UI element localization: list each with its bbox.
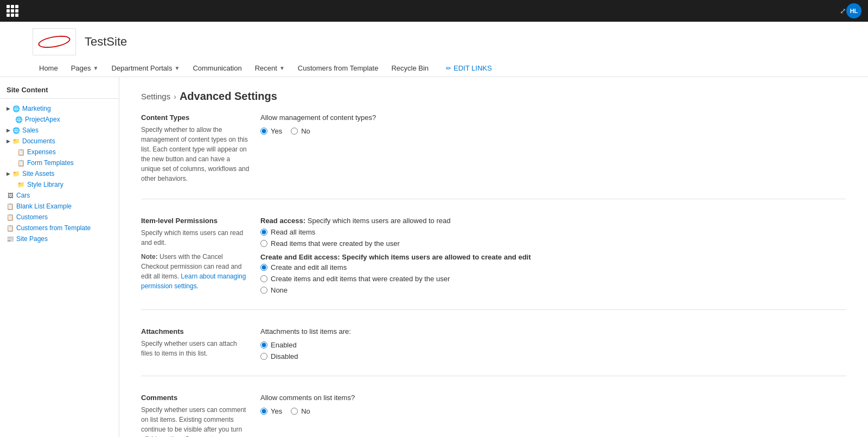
sidebar-item-customers[interactable]: 📋 Customers [0, 212, 119, 223]
attachments-enabled-radio[interactable] [260, 341, 267, 349]
read-created-by-user-option[interactable]: Read items that were created by the user [260, 239, 846, 248]
main-layout: Site Content ▶ 🌐 Marketing 🌐 ProjectApex… [0, 77, 868, 437]
nav-edit-links[interactable]: ✏ EDIT LINKS [439, 60, 499, 77]
expand-arrow-icon: ▶ [7, 128, 10, 133]
pencil-icon: ✏ [446, 65, 451, 72]
attachments-disabled-option[interactable]: Disabled [260, 352, 846, 360]
create-edit-none-option[interactable]: None [260, 286, 846, 294]
folder-icon: 🌐 [12, 105, 20, 112]
nav-dept-portals[interactable]: Department Portals ▼ [105, 60, 186, 77]
nav-home[interactable]: Home [33, 60, 65, 77]
list-icon: 📋 [17, 159, 25, 167]
read-all-radio[interactable] [260, 229, 267, 236]
attachments-title: Attachments [141, 327, 250, 335]
expand-arrow-icon: ▶ [7, 171, 10, 176]
comments-section: Comments Specify whether users can comme… [141, 394, 846, 437]
waffle-icon[interactable] [7, 5, 18, 17]
list-icon: 📋 [7, 213, 14, 221]
content-types-no-option[interactable]: No [291, 127, 310, 135]
content-types-right: Allow management of content types? Yes N… [260, 113, 846, 183]
folder-icon: 🌐 [12, 126, 20, 134]
comments-radio-group: Yes No [260, 407, 846, 415]
comments-right: Allow comments on list items? Yes No [260, 394, 846, 437]
site-logo [33, 28, 76, 55]
nav-customers-template[interactable]: Customers from Template [291, 60, 385, 77]
folder-icon: 🌐 [15, 116, 23, 123]
read-access-radio-group: Read all items Read items that were crea… [260, 228, 846, 248]
list-icon: 📋 [17, 148, 25, 156]
create-edit-all-radio[interactable] [260, 264, 267, 271]
item-permissions-section: Item-level Permissions Specify which ite… [141, 217, 846, 310]
site-header: TestSite Home Pages ▼ Department Portals… [0, 22, 868, 77]
sidebar-item-projectapex[interactable]: 🌐 ProjectApex [0, 114, 119, 125]
site-header-top: TestSite [33, 22, 835, 60]
read-access-label: Read access: Specify which items users a… [260, 217, 846, 225]
site-title: TestSite [85, 35, 127, 49]
create-edit-all-option[interactable]: Create and edit all items [260, 263, 846, 271]
content-types-no-radio[interactable] [291, 128, 298, 135]
item-permissions-desc: Specify which items users can read and e… [141, 228, 250, 248]
chevron-down-icon: ▼ [279, 65, 285, 71]
comments-question: Allow comments on list items? [260, 394, 846, 402]
item-permissions-left: Item-level Permissions Specify which ite… [141, 217, 260, 294]
sidebar-item-cars[interactable]: 🖼 Cars [0, 190, 119, 201]
attachments-radio-group: Enabled Disabled [260, 341, 846, 360]
sidebar-item-customers-template[interactable]: 📋 Customers from Template [0, 223, 119, 233]
sidebar-item-documents[interactable]: ▶ 📁 Documents [0, 136, 119, 147]
sidebar-item-sales[interactable]: ▶ 🌐 Sales [0, 125, 119, 136]
sidebar-item-marketing[interactable]: ▶ 🌐 Marketing [0, 103, 119, 114]
expand-icon[interactable]: ⤢ [840, 7, 846, 15]
attachments-disabled-radio[interactable] [260, 353, 267, 360]
sidebar: Site Content ▶ 🌐 Marketing 🌐 ProjectApex… [0, 77, 119, 437]
folder-icon: 📁 [17, 181, 25, 188]
attachments-left: Attachments Specify whether users can at… [141, 327, 260, 360]
read-all-option[interactable]: Read all items [260, 228, 846, 236]
user-avatar[interactable]: HL [846, 3, 861, 18]
breadcrumb: Settings › Advanced Settings [141, 90, 846, 103]
permissions-link[interactable]: Learn about managing permission settings… [141, 273, 246, 290]
comments-yes-radio[interactable] [260, 408, 267, 415]
content-types-yes-option[interactable]: Yes [260, 127, 282, 135]
list-icon: 📋 [7, 224, 14, 232]
pages-icon: 📰 [7, 235, 14, 243]
comments-no-radio[interactable] [291, 408, 298, 415]
attachments-desc: Specify whether users can attach files t… [141, 339, 250, 358]
sidebar-item-form-templates[interactable]: 📋 Form Templates [11, 157, 119, 168]
breadcrumb-current: Advanced Settings [180, 90, 277, 103]
sidebar-item-site-assets[interactable]: ▶ 📁 Site Assets [0, 168, 119, 179]
content-types-yes-radio[interactable] [260, 128, 267, 135]
create-edit-own-radio[interactable] [260, 275, 267, 282]
content-area: Settings › Advanced Settings Content Typ… [119, 77, 868, 437]
list-icon: 📋 [7, 202, 14, 210]
list-icon: 🖼 [7, 192, 14, 199]
attachments-enabled-option[interactable]: Enabled [260, 341, 846, 349]
sidebar-item-expenses[interactable]: 📋 Expenses [11, 147, 119, 157]
nav-recent[interactable]: Recent ▼ [248, 60, 291, 77]
create-edit-access-label: Create and Edit access: Specify which it… [260, 253, 846, 261]
item-permissions-title: Item-level Permissions [141, 217, 250, 225]
folder-icon: 📁 [12, 170, 20, 178]
comments-no-option[interactable]: No [291, 407, 310, 415]
item-permissions-note: Note: Users with the Cancel Checkout per… [141, 252, 250, 291]
create-edit-none-radio[interactable] [260, 287, 267, 294]
chevron-down-icon: ▼ [174, 65, 180, 71]
sidebar-item-style-library[interactable]: 📁 Style Library [11, 179, 119, 190]
content-types-title: Content Types [141, 113, 250, 122]
attachments-right: Attachments to list items are: Enabled D… [260, 327, 846, 360]
comments-left: Comments Specify whether users can comme… [141, 394, 260, 437]
read-created-by-user-radio[interactable] [260, 240, 267, 247]
content-types-radio-group: Yes No [260, 127, 846, 135]
content-types-section: Content Types Specify whether to allow t… [141, 113, 846, 199]
comments-yes-option[interactable]: Yes [260, 407, 282, 415]
sidebar-item-blank-list[interactable]: 📋 Blank List Example [0, 201, 119, 212]
nav-pages[interactable]: Pages ▼ [65, 60, 105, 77]
create-edit-own-option[interactable]: Create items and edit items that were cr… [260, 275, 846, 283]
top-bar-left [7, 5, 18, 17]
nav-recycle-bin[interactable]: Recycle Bin [385, 60, 435, 77]
chevron-down-icon: ▼ [93, 65, 99, 71]
breadcrumb-separator: › [174, 92, 176, 101]
nav-communication[interactable]: Communication [186, 60, 248, 77]
top-bar-right: ⤢ HL [835, 3, 861, 18]
breadcrumb-parent[interactable]: Settings [141, 92, 170, 101]
sidebar-item-site-pages[interactable]: 📰 Site Pages [0, 233, 119, 244]
